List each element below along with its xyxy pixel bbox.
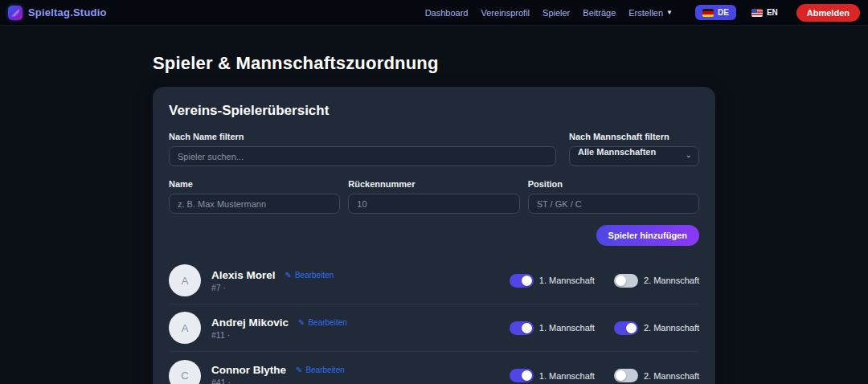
logout-button[interactable]: Abmelden xyxy=(796,4,860,22)
position-field: Position xyxy=(528,179,699,214)
team1-toggle-label: 1. Mannschaft xyxy=(539,371,595,381)
card-title: Vereins-Spielerübersicht xyxy=(169,103,699,119)
avatar: C xyxy=(169,360,201,384)
edit-player-link[interactable]: ✎ Bearbeiten xyxy=(296,366,345,374)
team1-toggle-label: 1. Mannschaft xyxy=(539,276,595,285)
toggle-knob xyxy=(626,323,637,333)
team-toggles: 1. Mannschaft 2. Mannschaft xyxy=(510,369,699,382)
team-filter-select-wrap: Alle Mannschaften ⌄ xyxy=(569,146,699,166)
name-filter-field: Nach Name filtern xyxy=(169,132,556,166)
player-info: Andrej Mikovic ✎ Bearbeiten #11 · xyxy=(211,317,347,340)
nav-item-spieler[interactable]: Spieler xyxy=(542,8,570,18)
player-name-label: Name xyxy=(169,179,340,189)
player-row: A Alexis Morel ✎ Bearbeiten #7 · 1. Man xyxy=(169,257,699,304)
team2-toggle-group[interactable]: 2. Mannschaft xyxy=(614,369,699,382)
german-flag-icon xyxy=(702,9,714,17)
add-player-form: Name Rückennummer Position xyxy=(169,179,699,214)
player-meta: #7 · xyxy=(211,283,334,292)
player-meta: #41 · xyxy=(211,378,345,384)
player-name: Andrej Mikovic xyxy=(211,317,289,329)
team2-toggle-group[interactable]: 2. Mannschaft xyxy=(614,321,699,335)
nav-item-erstellen-dropdown[interactable]: Erstellen ▼ xyxy=(628,8,673,18)
player-name: Alexis Morel xyxy=(211,269,276,281)
team1-toggle[interactable] xyxy=(510,321,534,335)
player-name-input[interactable] xyxy=(169,194,340,214)
jersey-number-field: Rückennummer xyxy=(348,179,519,214)
nav-item-beitraege[interactable]: Beiträge xyxy=(583,8,616,18)
team1-toggle-group[interactable]: 1. Mannschaft xyxy=(510,321,595,335)
team2-toggle-label: 2. Mannschaft xyxy=(644,323,699,333)
name-filter-label: Nach Name filtern xyxy=(169,132,556,141)
team2-toggle[interactable] xyxy=(614,369,638,382)
edit-player-link[interactable]: ✎ Bearbeiten xyxy=(298,318,347,327)
position-input[interactable] xyxy=(528,194,699,214)
team1-toggle[interactable] xyxy=(510,369,534,382)
edit-label: Bearbeiten xyxy=(295,271,334,280)
nav-item-erstellen-label: Erstellen xyxy=(628,8,663,18)
nav-item-dashboard[interactable]: Dashboard xyxy=(425,8,469,18)
toggle-knob xyxy=(616,276,626,286)
lang-en-label: EN xyxy=(767,8,778,17)
brand[interactable]: Spieltag.Studio xyxy=(8,6,107,20)
name-filter-input[interactable] xyxy=(169,146,556,166)
player-row: C Connor Blythe ✎ Bearbeiten #41 · 1. M xyxy=(169,352,699,384)
team1-toggle-group[interactable]: 1. Mannschaft xyxy=(510,369,595,382)
team2-toggle[interactable] xyxy=(614,274,638,288)
jersey-number-input[interactable] xyxy=(348,194,519,214)
position-label: Position xyxy=(528,179,699,189)
lang-en-button[interactable]: EN xyxy=(744,5,785,20)
pencil-icon: ✎ xyxy=(285,271,292,280)
chevron-down-icon: ▼ xyxy=(666,9,673,16)
page-title: Spieler & Mannschaftszuordnung xyxy=(153,53,715,74)
pencil-icon: ✎ xyxy=(296,366,302,374)
team2-toggle-label: 2. Mannschaft xyxy=(644,371,699,381)
player-info: Alexis Morel ✎ Bearbeiten #7 · xyxy=(211,269,334,292)
edit-label: Bearbeiten xyxy=(305,366,344,374)
team-filter-select[interactable]: Alle Mannschaften xyxy=(569,146,699,166)
avatar: A xyxy=(169,312,201,344)
team-toggles: 1. Mannschaft 2. Mannschaft xyxy=(510,321,699,335)
lang-de-label: DE xyxy=(718,8,729,17)
team-filter-label: Nach Mannschaft filtern xyxy=(569,132,699,141)
toggle-knob xyxy=(522,276,532,286)
team1-toggle-group[interactable]: 1. Mannschaft xyxy=(510,274,595,288)
team1-toggle-label: 1. Mannschaft xyxy=(539,323,595,333)
team2-toggle-label: 2. Mannschaft xyxy=(644,276,699,285)
add-player-button-row: Spieler hinzufügen xyxy=(169,225,699,246)
nav-item-vereinsprofil[interactable]: Vereinsprofil xyxy=(481,8,530,18)
toggle-knob xyxy=(616,370,626,381)
navbar-right: Dashboard Vereinsprofil Spieler Beiträge… xyxy=(425,4,860,22)
team2-toggle[interactable] xyxy=(614,321,638,335)
add-player-button[interactable]: Spieler hinzufügen xyxy=(596,225,699,246)
team-toggles: 1. Mannschaft 2. Mannschaft xyxy=(510,274,699,288)
players-overview-card: Vereins-Spielerübersicht Nach Name filte… xyxy=(153,87,715,384)
player-info: Connor Blythe ✎ Bearbeiten #41 · xyxy=(211,364,345,384)
edit-player-link[interactable]: ✎ Bearbeiten xyxy=(285,271,334,280)
page-content: Spieler & Mannschaftszuordnung Vereins-S… xyxy=(153,53,715,384)
language-switcher: DE EN xyxy=(695,5,785,20)
filters-row: Nach Name filtern Nach Mannschaft filter… xyxy=(169,132,699,166)
player-row: A Andrej Mikovic ✎ Bearbeiten #11 · 1. xyxy=(169,304,699,352)
edit-label: Bearbeiten xyxy=(308,318,346,327)
brand-name: Spieltag.Studio xyxy=(28,6,107,18)
team-filter-field: Nach Mannschaft filtern Alle Mannschafte… xyxy=(569,132,699,166)
toggle-knob xyxy=(522,370,532,381)
team2-toggle-group[interactable]: 2. Mannschaft xyxy=(614,274,699,288)
player-meta: #11 · xyxy=(211,330,347,340)
main-nav: Dashboard Vereinsprofil Spieler Beiträge… xyxy=(425,8,673,18)
player-name-field: Name xyxy=(169,179,340,214)
toggle-knob xyxy=(522,323,532,333)
player-name: Connor Blythe xyxy=(211,364,286,376)
team1-toggle[interactable] xyxy=(510,274,534,288)
player-list: A Alexis Morel ✎ Bearbeiten #7 · 1. Man xyxy=(169,257,699,384)
jersey-number-label: Rückennummer xyxy=(348,179,519,189)
avatar: A xyxy=(169,264,201,296)
us-flag-icon xyxy=(751,9,763,17)
lang-de-button[interactable]: DE xyxy=(695,5,736,20)
pencil-icon: ✎ xyxy=(298,318,305,327)
top-navbar: Spieltag.Studio Dashboard Vereinsprofil … xyxy=(0,0,868,26)
brand-logo-icon xyxy=(8,6,23,20)
